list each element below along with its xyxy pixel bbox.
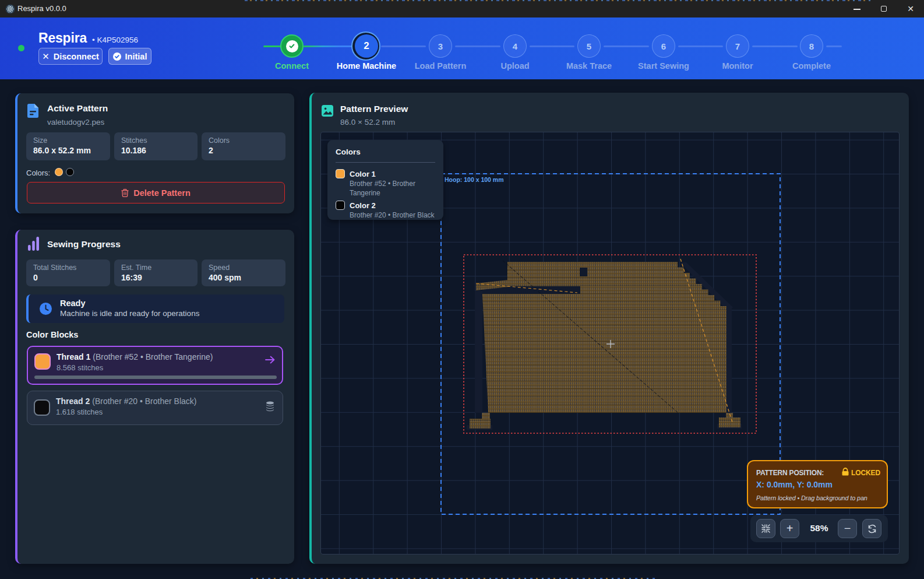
svg-text:Hoop: 100 x 100 mm: Hoop: 100 x 100 mm [445,176,504,183]
